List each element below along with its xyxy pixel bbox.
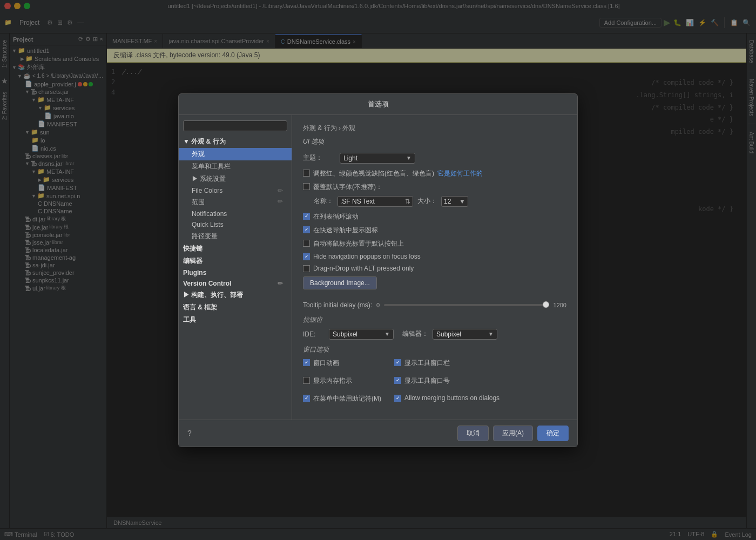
- nav-item-path-vars[interactable]: 路径变量: [179, 230, 292, 242]
- cb-hide-nav[interactable]: ✓: [303, 253, 310, 260]
- wcb-memory-row: 显示内存指示: [303, 376, 381, 386]
- nav-item-keymap[interactable]: 快捷键: [179, 242, 292, 255]
- preferences-modal: 首选项 ▼ 外观 & 行为 外观 菜单和工具栏 ▶ 系统设置 File Colo…: [178, 93, 578, 447]
- auto-mouse-row: 自动将鼠标光标置于默认按钮上: [303, 239, 566, 248]
- modal-title: 首选项: [179, 94, 577, 115]
- nav-item-editor[interactable]: 编辑器: [179, 255, 292, 267]
- cb-label-mnemonic: 在菜单中禁用助记符(M): [313, 394, 381, 403]
- slider-max: 1200: [554, 302, 566, 308]
- nav-item-notifications[interactable]: Notifications: [179, 208, 292, 219]
- nav-item-vcs[interactable]: Version Control ✏: [179, 278, 292, 289]
- modal-search-input[interactable]: [183, 120, 287, 131]
- cb-override-font[interactable]: [303, 183, 310, 190]
- font-size-select[interactable]: 12 ▼: [441, 196, 468, 207]
- wcb-toolnum-row: ✓ 显示工具窗口号: [394, 376, 500, 386]
- show-icons-row: ✓ 在快速导航中显示图标: [303, 226, 566, 235]
- help-icon[interactable]: ?: [187, 429, 192, 437]
- editor-aa-select[interactable]: Subpixel ▼: [433, 329, 497, 340]
- apply-button[interactable]: 应用(A): [493, 426, 533, 441]
- modal-breadcrumb: 外观 & 行为 › 外观: [303, 124, 566, 133]
- cb-drag-drop[interactable]: [303, 265, 310, 272]
- font-name-select[interactable]: .SF NS Text ⇅: [338, 196, 413, 207]
- font-select-arrows-icon: ⇅: [405, 198, 410, 205]
- nav-item-lang-framework[interactable]: 语言 & 框架: [179, 301, 292, 314]
- cb-toolbar[interactable]: ✓: [394, 359, 401, 366]
- font-size-label: 大小：: [417, 197, 437, 206]
- nav-item-appearance-behavior[interactable]: ▼ 外观 & 行为: [179, 136, 292, 148]
- cb-toolnum[interactable]: ✓: [394, 377, 401, 384]
- cb-mnemonic[interactable]: ✓: [303, 395, 310, 402]
- font-name-label: 名称：: [314, 197, 333, 206]
- override-font-row: 覆盖默认字体(不推荐)：: [303, 183, 566, 192]
- window-col-left: ✓ 窗口动画 显示内存指示 ✓ 在菜单中禁用助记符(M): [303, 359, 381, 408]
- cb-auto-mouse[interactable]: [303, 240, 310, 247]
- window-col-right: ✓ 显示工具窗口栏 ✓ 显示工具窗口号 ✓ Allow merging butt…: [394, 359, 500, 408]
- tooltip-slider[interactable]: 0 1200: [376, 302, 566, 308]
- ui-options-title: UI 选项: [303, 137, 566, 146]
- modal-nav: ▼ 外观 & 行为 外观 菜单和工具栏 ▶ 系统设置 File Colors ✏…: [179, 115, 292, 420]
- cb-scroll[interactable]: ✓: [303, 213, 310, 220]
- modal-content: 外观 & 行为 › 外观 UI 选项 主题： Light ▼ 调整红、绿颜色视觉…: [292, 115, 577, 420]
- cb-label-drag-drop: Drag-n-Drop with ALT pressed only: [313, 265, 414, 272]
- nav-item-build[interactable]: ▶ 构建、执行、部署: [179, 289, 292, 301]
- slider-track[interactable]: [384, 304, 549, 306]
- how-it-works-link[interactable]: 它是如何工作的: [437, 169, 483, 178]
- cb-label-merge: Allow merging buttons on dialogs: [404, 394, 500, 402]
- cb-label-hide-nav: Hide navigation popups on focus loss: [313, 253, 421, 260]
- nav-item-system-settings[interactable]: ▶ 系统设置: [179, 173, 292, 185]
- nav-item-menus-toolbars[interactable]: 菜单和工具栏: [179, 160, 292, 173]
- bg-image-container: Background Image...: [303, 276, 566, 296]
- cb-label-toolnum: 显示工具窗口号: [404, 376, 450, 386]
- cb-window-anim[interactable]: ✓: [303, 359, 310, 366]
- nav-item-scopes[interactable]: 范围 ✏: [179, 196, 292, 208]
- cb-label-color-blind: 调整红、绿颜色视觉缺陷(红色盲、绿色盲): [313, 169, 434, 178]
- cb-label-auto-mouse: 自动将鼠标光标置于默认按钮上: [313, 239, 404, 248]
- nav-item-file-colors[interactable]: File Colors ✏: [179, 185, 292, 196]
- editor-aa-arrow-icon: ▼: [488, 331, 494, 337]
- antialiasing-title: 抗锯齿: [303, 315, 566, 325]
- nav-label: 范围: [192, 198, 205, 207]
- theme-label: 主题：: [303, 153, 335, 163]
- wcb-animation-row: ✓ 窗口动画: [303, 359, 381, 368]
- ok-button[interactable]: 确定: [537, 426, 569, 441]
- modal-search: [179, 118, 292, 133]
- cb-show-icons[interactable]: ✓: [303, 226, 310, 233]
- nav-item-appearance[interactable]: 外观: [179, 148, 292, 160]
- modal-footer: ? 取消 应用(A) 确定: [179, 420, 577, 447]
- cb-memory[interactable]: [303, 377, 310, 384]
- ide-aa-select[interactable]: Subpixel ▼: [329, 329, 394, 340]
- cancel-button[interactable]: 取消: [457, 426, 489, 441]
- nav-item-tools[interactable]: 工具: [179, 314, 292, 326]
- window-options-row: ✓ 窗口动画 显示内存指示 ✓ 在菜单中禁用助记符(M): [303, 359, 566, 408]
- tooltip-row: Tooltip initial delay (ms): 0 1200: [303, 301, 566, 309]
- antialiasing-row: IDE: Subpixel ▼ 编辑器： Subpixel ▼: [303, 329, 566, 340]
- theme-value: Light: [343, 154, 357, 162]
- cb-label-show-icons: 在快速导航中显示图标: [313, 226, 378, 235]
- hide-nav-row: ✓ Hide navigation popups on focus loss: [303, 253, 566, 260]
- cb-merge[interactable]: ✓: [394, 395, 401, 402]
- theme-select[interactable]: Light ▼: [340, 153, 415, 164]
- cb-label-window-anim: 窗口动画: [313, 359, 339, 368]
- cb-label-memory: 显示内存指示: [313, 376, 352, 386]
- wcb-toolbar-row: ✓ 显示工具窗口栏: [394, 359, 500, 368]
- bg-image-button[interactable]: Background Image...: [303, 276, 377, 289]
- slider-thumb[interactable]: [543, 301, 549, 308]
- font-name-value: .SF NS Text: [340, 198, 375, 205]
- nav-item-plugins[interactable]: Plugins: [179, 267, 292, 278]
- window-options-title: 窗口选项: [303, 345, 566, 354]
- cb-label-override-font: 覆盖默认字体(不推荐)：: [313, 183, 382, 192]
- theme-row: 主题： Light ▼: [303, 153, 566, 164]
- modal-body: ▼ 外观 & 行为 外观 菜单和工具栏 ▶ 系统设置 File Colors ✏…: [179, 115, 577, 420]
- cb-color-blind[interactable]: [303, 170, 310, 177]
- theme-dropdown-arrow-icon: ▼: [406, 155, 411, 161]
- drag-drop-row: Drag-n-Drop with ALT pressed only: [303, 265, 566, 272]
- nav-item-quick-lists[interactable]: Quick Lists: [179, 219, 292, 230]
- edit-icon-2: ✏: [278, 198, 283, 207]
- tooltip-label: Tooltip initial delay (ms):: [303, 301, 372, 309]
- wcb-merge-row: ✓ Allow merging buttons on dialogs: [394, 394, 500, 402]
- font-size-value: 12: [444, 198, 451, 205]
- editor-aa-label: 编辑器：: [402, 329, 428, 339]
- font-row: 名称： .SF NS Text ⇅ 大小： 12 ▼: [314, 196, 566, 207]
- ide-aa-value: Subpixel: [333, 330, 357, 338]
- nav-label: File Colors: [192, 187, 222, 194]
